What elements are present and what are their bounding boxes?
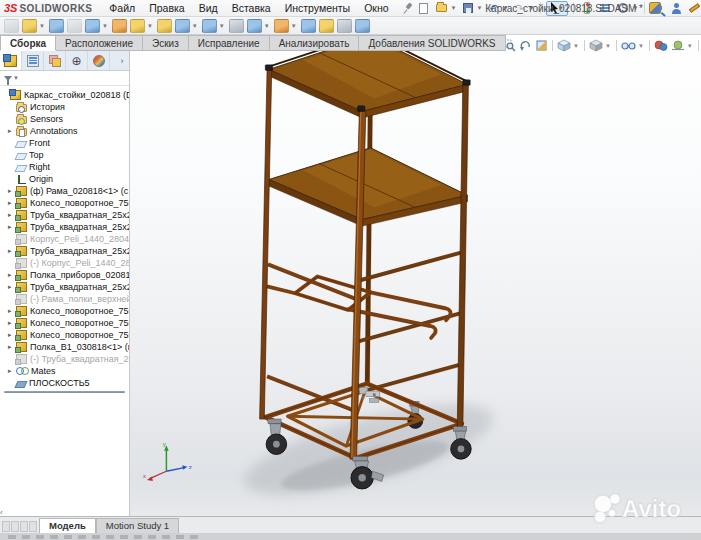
- tab-model[interactable]: Модель: [39, 518, 96, 533]
- tree-item-korpus-peli-2[interactable]: ▸(-) Корпус_Peli_1440_280410<2> (кр: [0, 257, 129, 269]
- configurationmanager-icon: [49, 55, 61, 67]
- menu-edit[interactable]: Правка: [142, 0, 191, 17]
- tree-item-origin[interactable]: ▸Origin: [0, 173, 129, 185]
- menu-insert[interactable]: Вставка: [225, 0, 278, 17]
- tab-sketch[interactable]: Эскиз: [143, 35, 189, 51]
- tree-item-truba-suppressed[interactable]: ▸(-) Труба_квадратная_25х25х1,5_по: [0, 353, 129, 365]
- tree-item-right-plane[interactable]: ▸Right: [0, 161, 129, 173]
- propertymanager-tab[interactable]: [22, 51, 44, 70]
- login-button[interactable]: [668, 1, 684, 15]
- featuremanager-tab[interactable]: [0, 51, 22, 70]
- tree-item-truba-4[interactable]: ▸Труба_квадратная_25х25х1,5_полка: [0, 281, 129, 293]
- frame-right-post[interactable]: [457, 83, 468, 428]
- edit-component-icon[interactable]: [4, 19, 19, 33]
- command-manager-tabs: Сборка Расположение Эскиз Исправление Ан…: [0, 35, 506, 51]
- insert-components-icon[interactable]: [22, 19, 37, 33]
- help-icon[interactable]: [649, 2, 661, 14]
- component-icon: [16, 330, 27, 340]
- sketch-pencil-button[interactable]: [686, 1, 701, 15]
- tab-evaluate[interactable]: Анализировать: [270, 35, 360, 51]
- tree-item-sensors[interactable]: ▸Sensors: [0, 113, 129, 125]
- tree-item-truba-3[interactable]: ▸Труба_квадратная_25х25х1,5_полка: [0, 245, 129, 257]
- tree-item-history[interactable]: ▸История: [0, 101, 129, 113]
- tree-item-annotations[interactable]: ▸Annotations: [0, 125, 129, 137]
- new-file-button[interactable]: [416, 1, 432, 15]
- tree-filter-row[interactable]: ▼: [0, 71, 129, 86]
- tree-item-polka-b1[interactable]: ▸Полка_В1_030818<1> (ширина рам: [0, 341, 129, 353]
- tree-item-front-plane[interactable]: ▸Front: [0, 137, 129, 149]
- move-component-icon[interactable]: [130, 19, 145, 33]
- tab-repair[interactable]: Исправление: [189, 35, 270, 51]
- displaymanager-tab[interactable]: [88, 51, 110, 70]
- command-manager-toolbar: ▼ ▼ ▼ ▼ ▼ ▼ ▼: [0, 17, 701, 35]
- middle-shelf[interactable]: [269, 148, 468, 226]
- tab-assembly[interactable]: Сборка: [0, 35, 56, 51]
- frame-left-post[interactable]: [260, 69, 272, 419]
- instant3d-icon[interactable]: [301, 19, 316, 33]
- menu-file[interactable]: Файл: [102, 0, 142, 17]
- avito-watermark-text: Avito: [622, 495, 681, 522]
- plane-feature-icon: [14, 381, 27, 388]
- tree-item-polka-priborov[interactable]: ▸Полка_приборов_020818<1> (Defa: [0, 269, 129, 281]
- reference-geometry-icon[interactable]: [202, 19, 217, 33]
- tree-item-koleso-2[interactable]: ▸Колесо_поворотное_75мм_с_торм: [0, 305, 129, 317]
- tree-item-koleso-3[interactable]: ▸Колесо_поворотное_75мм_с_торм: [0, 317, 129, 329]
- motion-study-icon[interactable]: [229, 19, 244, 33]
- tree-item-top-plane[interactable]: ▸Top: [0, 149, 129, 161]
- frame-side-rails-left[interactable]: [267, 264, 356, 410]
- tree-item-rama-polki[interactable]: ▸(-) Рама_полки_верхней_030818<1: [0, 293, 129, 305]
- panel-tab-strip: ⊕ ›: [0, 51, 129, 71]
- tree-item-root[interactable]: ▸Каркас_стойки_020818 (Default<Default: [0, 89, 129, 101]
- panel-overflow-chevron[interactable]: ›: [115, 51, 129, 70]
- component-icon: [16, 222, 27, 232]
- menu-view[interactable]: Вид: [192, 0, 225, 17]
- assembly-icon: [10, 90, 21, 100]
- tree-item-koleso-1[interactable]: ▸Колесо_поворотное_75мм_с_торм: [0, 197, 129, 209]
- component-icon: [16, 186, 27, 196]
- windows-taskbar-sliver[interactable]: [0, 533, 701, 540]
- mate-icon[interactable]: [49, 19, 64, 33]
- envelope-icon[interactable]: [355, 19, 370, 33]
- component-icon: [16, 318, 27, 328]
- large-design-review-icon[interactable]: [337, 19, 352, 33]
- component-preview-icon: [67, 19, 82, 33]
- tree-item-mates[interactable]: ▸Mates: [0, 365, 129, 377]
- tree-item-truba-1[interactable]: ▸Труба_квадратная_25х25х1,5_полка: [0, 209, 129, 221]
- exploded-view-icon[interactable]: [274, 19, 289, 33]
- component-icon: [16, 282, 27, 292]
- dimxpertmanager-tab[interactable]: ⊕: [66, 51, 88, 70]
- tab-motion-study-1[interactable]: Motion Study 1: [96, 518, 179, 533]
- smart-fasteners-icon[interactable]: [112, 19, 127, 33]
- assembly-features-icon[interactable]: [175, 19, 190, 33]
- dimxpert-icon: ⊕: [71, 55, 81, 67]
- save-button[interactable]: [460, 1, 476, 15]
- filter-funnel-icon: [4, 76, 12, 81]
- tree-item-ploskost5[interactable]: ▸ПЛОСКОСТЬ5: [0, 377, 129, 389]
- menu-tools[interactable]: Инструменты: [278, 0, 357, 17]
- annotations-folder-icon: [16, 128, 27, 136]
- tree-item-truba-2[interactable]: ▸Труба_квадратная_25х25х1,5_полка: [0, 221, 129, 233]
- linear-pattern-icon[interactable]: [85, 19, 100, 33]
- show-hidden-icon[interactable]: [157, 19, 172, 33]
- study-tab-scroll-buttons[interactable]: [2, 521, 37, 532]
- menu-bar: 3S SOLIDWORKS Файл Правка Вид Вставка Ин…: [0, 0, 701, 17]
- component-icon: [16, 342, 27, 352]
- panel-scroll-left-arrow[interactable]: ‹: [0, 508, 3, 517]
- orientation-triad: x y z: [143, 441, 192, 481]
- open-file-button[interactable]: [434, 1, 450, 15]
- tree-item-koleso-4[interactable]: ▸Колесо_поворотное_75мм_с_торм: [0, 329, 129, 341]
- tree-item-korpus-peli-1[interactable]: ▸Корпус_Peli_1440_280410<1> (крыш: [0, 233, 129, 245]
- triad-x-label: x: [143, 473, 146, 479]
- tree-item-rama[interactable]: ▸(ф) Рама_020818<1> (с втулками<1: [0, 185, 129, 197]
- bill-of-materials-icon[interactable]: [247, 19, 262, 33]
- plane-icon: [14, 165, 27, 172]
- sensors-folder-icon: [16, 116, 27, 124]
- snapshot-icon[interactable]: [319, 19, 334, 33]
- tab-layout[interactable]: Расположение: [56, 35, 143, 51]
- rollback-bar[interactable]: [4, 391, 125, 393]
- menu-window[interactable]: Окно: [357, 0, 395, 17]
- filter-dropdown-caret[interactable]: ▼: [13, 75, 19, 81]
- suppressed-component-icon: [16, 354, 27, 364]
- tab-addins[interactable]: Добавления SOLIDWORKS: [359, 35, 505, 51]
- configurationmanager-tab[interactable]: [44, 51, 66, 70]
